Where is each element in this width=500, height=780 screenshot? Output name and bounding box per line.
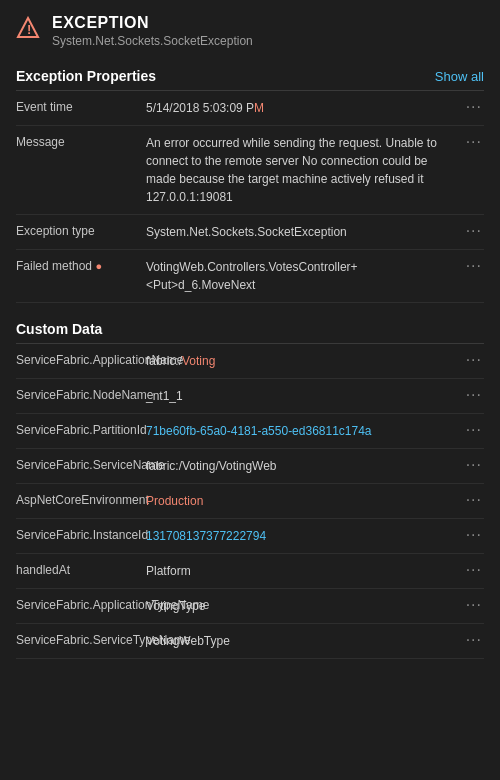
property-row-instance-id: ServiceFabric.InstanceId 131708137377222… (16, 519, 484, 554)
property-key-handled-at: handledAt (16, 562, 146, 577)
exception-title: EXCEPTION (52, 14, 253, 32)
property-value-app-type-name: VotingType (146, 597, 484, 615)
property-value-handled-at: Platform (146, 562, 484, 580)
property-value-failed-method: VotingWeb.Controllers.VotesController+<P… (146, 258, 484, 294)
property-key-failed-method: Failed method ● (16, 258, 146, 273)
exception-subtitle: System.Net.Sockets.SocketException (52, 34, 253, 48)
more-button-exception-type[interactable]: ··· (464, 223, 484, 239)
property-row-app-name: ServiceFabric.ApplicationName fabric:/Vo… (16, 344, 484, 379)
exception-properties-header: Exception Properties Show all (16, 60, 484, 91)
more-button-service-type-name[interactable]: ··· (464, 632, 484, 648)
exception-header: ! EXCEPTION System.Net.Sockets.SocketExc… (0, 0, 500, 60)
property-key-app-type-name: ServiceFabric.ApplicationTypeName (16, 597, 146, 612)
custom-data-section: Custom Data ServiceFabric.ApplicationNam… (0, 311, 500, 659)
more-button-message[interactable]: ··· (464, 134, 484, 150)
property-key-exception-type: Exception type (16, 223, 146, 238)
property-value-node-name: _nt1_1 (146, 387, 484, 405)
more-button-instance-id[interactable]: ··· (464, 527, 484, 543)
property-value-service-type-name: VotingWebType (146, 632, 484, 650)
property-row-exception-type: Exception type System.Net.Sockets.Socket… (16, 215, 484, 250)
custom-data-title: Custom Data (16, 321, 102, 337)
property-row-node-name: ServiceFabric.NodeName _nt1_1 ··· (16, 379, 484, 414)
more-button-app-type-name[interactable]: ··· (464, 597, 484, 613)
exception-properties-title: Exception Properties (16, 68, 156, 84)
property-row-handled-at: handledAt Platform ··· (16, 554, 484, 589)
custom-data-header: Custom Data (16, 311, 484, 344)
more-button-service-name[interactable]: ··· (464, 457, 484, 473)
warning-icon: ! (16, 16, 40, 40)
property-key-aspnet-env: AspNetCoreEnvironment (16, 492, 146, 507)
more-button-partition-id[interactable]: ··· (464, 422, 484, 438)
show-all-link[interactable]: Show all (435, 69, 484, 84)
property-key-instance-id: ServiceFabric.InstanceId (16, 527, 146, 542)
property-key-message: Message (16, 134, 146, 149)
more-button-event-time[interactable]: ··· (464, 99, 484, 115)
header-text-block: EXCEPTION System.Net.Sockets.SocketExcep… (52, 14, 253, 48)
more-button-aspnet-env[interactable]: ··· (464, 492, 484, 508)
property-key-service-name: ServiceFabric.ServiceName (16, 457, 146, 472)
property-row-failed-method: Failed method ● VotingWeb.Controllers.Vo… (16, 250, 484, 303)
more-button-handled-at[interactable]: ··· (464, 562, 484, 578)
property-row-partition-id: ServiceFabric.PartitionId 71be60fb-65a0-… (16, 414, 484, 449)
property-value-app-name: fabric:/Voting (146, 352, 484, 370)
property-row-message: Message An error occurred while sending … (16, 126, 484, 215)
property-key-node-name: ServiceFabric.NodeName (16, 387, 146, 402)
property-value-instance-id: 131708137377222794 (146, 527, 484, 545)
exception-properties-section: Exception Properties Show all Event time… (0, 60, 500, 303)
property-value-partition-id: 71be60fb-65a0-4181-a550-ed36811c174a (146, 422, 484, 440)
property-key-partition-id: ServiceFabric.PartitionId (16, 422, 146, 437)
property-value-exception-type: System.Net.Sockets.SocketException (146, 223, 484, 241)
more-button-node-name[interactable]: ··· (464, 387, 484, 403)
svg-text:!: ! (27, 22, 31, 37)
property-key-service-type-name: ServiceFabric.ServiceTypeName (16, 632, 146, 647)
property-value-message: An error occurred while sending the requ… (146, 134, 484, 206)
more-button-failed-method[interactable]: ··· (464, 258, 484, 274)
property-row-service-type-name: ServiceFabric.ServiceTypeName VotingWebT… (16, 624, 484, 659)
property-row-service-name: ServiceFabric.ServiceName fabric:/Voting… (16, 449, 484, 484)
property-row-aspnet-env: AspNetCoreEnvironment Production ··· (16, 484, 484, 519)
property-row-app-type-name: ServiceFabric.ApplicationTypeName Voting… (16, 589, 484, 624)
property-value-event-time: 5/14/2018 5:03:09 PM (146, 99, 484, 117)
property-key-event-time: Event time (16, 99, 146, 114)
property-value-aspnet-env: Production (146, 492, 484, 510)
property-value-service-name: fabric:/Voting/VotingWeb (146, 457, 484, 475)
property-key-app-name: ServiceFabric.ApplicationName (16, 352, 146, 367)
property-row-event-time: Event time 5/14/2018 5:03:09 PM ··· (16, 91, 484, 126)
more-button-app-name[interactable]: ··· (464, 352, 484, 368)
